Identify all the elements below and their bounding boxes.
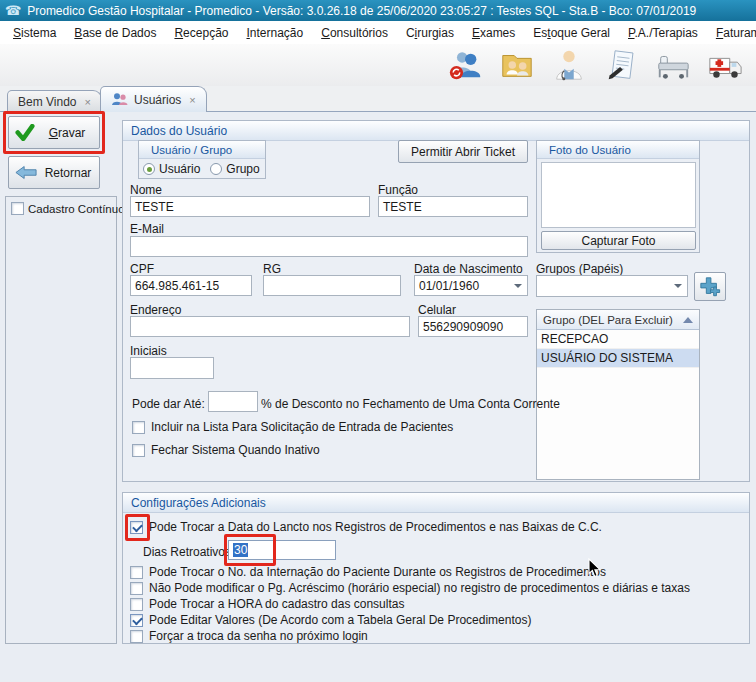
menu-faturamento[interactable]: Faturamento bbox=[707, 23, 756, 43]
configuracoes-adicionais-title: Configurações Adicionais bbox=[123, 493, 749, 513]
add-group-button[interactable] bbox=[694, 272, 726, 301]
forcar-troca-senha-row[interactable]: Forçar a troca da senha no próximo login bbox=[130, 629, 368, 643]
foto-do-usuario-title: Foto do Usuário bbox=[537, 141, 699, 159]
nome-input[interactable]: TESTE bbox=[130, 196, 370, 217]
nao-pode-modificar-label: Não Pode modificar o Pg. Acréscimo (horá… bbox=[149, 581, 690, 595]
document-sign-icon[interactable] bbox=[602, 48, 640, 82]
tab-label: Bem Vindo bbox=[18, 95, 76, 109]
menu-pa-terapias[interactable]: P.A./Terapias bbox=[619, 23, 707, 43]
patients-folder-icon[interactable] bbox=[498, 48, 536, 82]
data-nascimento-combo[interactable]: 01/01/1960 bbox=[414, 275, 528, 296]
menu-label-part: ase de Dados bbox=[82, 26, 156, 40]
retornar-button[interactable]: Retornar bbox=[8, 156, 100, 189]
ambulance-icon[interactable] bbox=[706, 48, 744, 82]
close-icon[interactable]: × bbox=[189, 94, 195, 106]
menu-base-de-dados[interactable]: Base de Dados bbox=[65, 23, 165, 43]
menu-label-part: onsultórios bbox=[330, 26, 388, 40]
hospital-bed-icon[interactable] bbox=[654, 48, 692, 82]
sort-ascending-icon[interactable] bbox=[683, 317, 693, 323]
grupo-list: Grupo (DEL Para Excluir) RECEPCAO USUÁRI… bbox=[536, 309, 700, 480]
menu-sistema[interactable]: Sistema bbox=[4, 23, 65, 43]
menu-label-part: E bbox=[472, 26, 480, 40]
cadastro-continuo-checkbox[interactable] bbox=[11, 202, 24, 215]
radio-grupo-label: Grupo bbox=[226, 162, 259, 176]
toolbar bbox=[0, 44, 756, 86]
menu-label-part: oque Geral bbox=[551, 26, 610, 40]
pode-dar-ate-label: Pode dar Até: bbox=[132, 397, 205, 411]
menu-label-part: ecepção bbox=[183, 26, 228, 40]
pode-trocar-hora-row[interactable]: Pode Trocar a HORA do cadastro das consu… bbox=[130, 597, 404, 611]
doctor-icon[interactable] bbox=[550, 48, 588, 82]
rg-input[interactable] bbox=[263, 275, 401, 296]
menu-label-part: xames bbox=[480, 26, 515, 40]
pode-trocar-data-row[interactable]: Pode Trocar a Data do Lancto nos Registr… bbox=[130, 520, 602, 534]
gravar-button[interactable]: Gravar bbox=[8, 116, 100, 149]
pode-editar-valores-row[interactable]: Pode Editar Valores (De Acordo com a Tab… bbox=[130, 613, 531, 627]
pode-editar-valores-checkbox[interactable] bbox=[130, 614, 143, 627]
menu-estoque-geral[interactable]: Estoque Geral bbox=[524, 23, 619, 43]
forcar-troca-senha-checkbox[interactable] bbox=[130, 630, 143, 643]
grupo-list-header[interactable]: Grupo (DEL Para Excluir) bbox=[537, 310, 699, 330]
capturar-foto-button[interactable]: Capturar Foto bbox=[541, 231, 696, 250]
menu-label-part: Es bbox=[533, 26, 547, 40]
desconto-input[interactable] bbox=[208, 391, 258, 412]
fechar-sistema-checkbox[interactable] bbox=[132, 444, 145, 457]
endereco-input[interactable] bbox=[130, 316, 410, 337]
sidebar-panel bbox=[5, 196, 117, 644]
menu-exames[interactable]: Exames bbox=[463, 23, 524, 43]
radio-usuario[interactable] bbox=[143, 163, 155, 175]
pode-trocar-hora-checkbox[interactable] bbox=[130, 598, 143, 611]
radio-grupo[interactable] bbox=[210, 163, 222, 175]
label-part: G bbox=[49, 126, 58, 140]
menu-label-part: R bbox=[174, 26, 183, 40]
pode-trocar-internacao-checkbox[interactable] bbox=[130, 566, 143, 579]
iniciais-label: Iniciais bbox=[130, 344, 167, 358]
dias-retroativos-label: Dias Retroativos bbox=[143, 545, 231, 559]
tab-bem-vindo[interactable]: Bem Vindo × bbox=[7, 90, 102, 112]
tab-usuarios[interactable]: Usuários × bbox=[100, 86, 207, 112]
menu-cirurgias[interactable]: Cirurgias bbox=[397, 23, 463, 43]
window-title: Promedico Gestão Hospitalar - Promedico … bbox=[27, 4, 696, 18]
cadastro-continuo-row[interactable]: Cadastro Contínuo bbox=[11, 202, 125, 215]
list-item[interactable]: USUÁRIO DO SISTEMA bbox=[537, 349, 699, 368]
label-part: ravar bbox=[58, 126, 85, 140]
menu-internacao[interactable]: Internação bbox=[237, 23, 312, 43]
chevron-down-icon[interactable] bbox=[514, 284, 522, 288]
incluir-lista-row[interactable]: Incluir na Lista Para Solicitação de Ent… bbox=[132, 420, 453, 434]
permitir-abrir-ticket-button[interactable]: Permitir Abrir Ticket bbox=[398, 140, 528, 163]
title-bar: ☎ Promedico Gestão Hospitalar - Promedic… bbox=[0, 0, 756, 21]
menu-label-part: S bbox=[13, 26, 21, 40]
tab-strip: Bem Vindo × Usuários × bbox=[0, 86, 756, 112]
nao-pode-modificar-checkbox[interactable] bbox=[130, 582, 143, 595]
menu-consultorios[interactable]: Consultórios bbox=[312, 23, 397, 43]
iniciais-input[interactable] bbox=[130, 357, 214, 379]
menu-recepcao[interactable]: Recepção bbox=[165, 23, 237, 43]
fechar-sistema-label: Fechar Sistema Quando Inativo bbox=[151, 443, 320, 457]
data-nascimento-value: 01/01/1960 bbox=[419, 279, 479, 293]
email-input[interactable] bbox=[130, 236, 528, 257]
pode-trocar-internacao-row[interactable]: Pode Trocar o No. da Internação do Pacie… bbox=[130, 565, 606, 579]
nao-pode-modificar-row[interactable]: Não Pode modificar o Pg. Acréscimo (horá… bbox=[130, 581, 690, 595]
funcao-input[interactable]: TESTE bbox=[378, 196, 528, 217]
cpf-input[interactable]: 664.985.461-15 bbox=[130, 275, 252, 296]
gravar-label: Gravar bbox=[35, 126, 99, 140]
incluir-lista-checkbox[interactable] bbox=[132, 421, 145, 434]
grupos-papeis-label: Grupos (Papéis) bbox=[536, 262, 623, 276]
grupos-combo[interactable] bbox=[536, 275, 688, 297]
list-item[interactable]: RECEPCAO bbox=[537, 330, 699, 349]
celular-input[interactable]: 556290909090 bbox=[418, 316, 528, 337]
chevron-down-icon[interactable] bbox=[674, 284, 682, 288]
app-phone-icon: ☎ bbox=[5, 4, 21, 17]
pode-trocar-data-checkbox[interactable] bbox=[130, 521, 143, 534]
menu-label-part: rurgias bbox=[417, 26, 454, 40]
fechar-sistema-row[interactable]: Fechar Sistema Quando Inativo bbox=[132, 443, 320, 457]
rg-label: RG bbox=[263, 262, 281, 276]
pode-editar-valores-label: Pode Editar Valores (De Acordo com a Tab… bbox=[149, 613, 531, 627]
users-icon bbox=[111, 92, 128, 107]
close-icon[interactable]: × bbox=[84, 96, 90, 108]
menu-label-part: aturamento bbox=[723, 26, 756, 40]
users-sync-icon[interactable] bbox=[446, 48, 484, 82]
dias-retroativos-input[interactable]: 30 bbox=[228, 540, 336, 560]
usuario-grupo-title: Usuário / Grupo bbox=[139, 141, 265, 159]
forcar-troca-senha-label: Forçar a troca da senha no próximo login bbox=[149, 629, 368, 643]
